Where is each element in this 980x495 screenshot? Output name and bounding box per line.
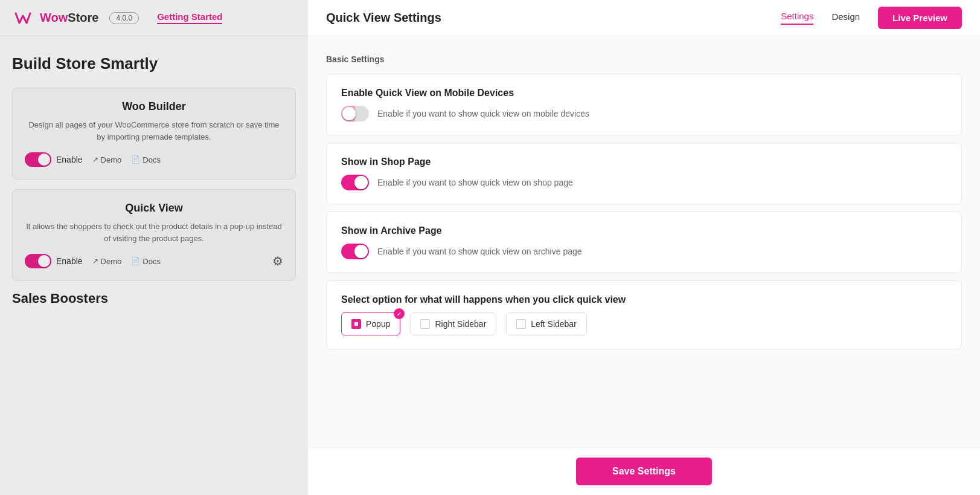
left-sidebar-option[interactable]: Left Sidebar: [506, 312, 587, 335]
tab-nav: Settings Design: [781, 11, 860, 25]
archive-setting-title: Show in Archive Page: [341, 225, 947, 236]
click-option-card: Select option for what will happens when…: [326, 280, 962, 349]
woo-builder-actions: Enable ↗ Demo 📄 Docs: [25, 152, 283, 167]
mobile-setting-title: Enable Quick View on Mobile Devices: [341, 88, 947, 99]
qv-demo-label: Demo: [101, 257, 122, 266]
woo-builder-demo-link[interactable]: ↗ Demo: [92, 155, 122, 164]
quick-view-actions: Enable ↗ Demo 📄 Docs ⚙: [25, 254, 283, 268]
woo-builder-docs-link[interactable]: 📄 Docs: [131, 155, 161, 164]
quick-view-card: Quick View It allows the shoppers to che…: [12, 189, 296, 281]
right-panel: Quick View Settings Settings Design Live…: [308, 0, 980, 495]
docs-label: Docs: [143, 155, 161, 164]
right-header: Quick View Settings Settings Design Live…: [308, 0, 980, 36]
popup-label: Popup: [366, 319, 390, 329]
right-sidebar-radio: [420, 319, 430, 329]
options-row: ✓ Popup Right Sidebar Left Sidebar: [341, 312, 947, 335]
shop-toggle[interactable]: [341, 175, 369, 190]
logo-area: WowStore 4.0.0: [12, 7, 139, 29]
left-content: Build Store Smartly Woo Builder Design a…: [0, 36, 308, 325]
brand-name: WowStore: [40, 11, 98, 25]
svg-rect-0: [12, 7, 34, 29]
archive-setting-card: Show in Archive Page Enable if you want …: [326, 212, 962, 273]
basic-settings-label: Basic Settings: [326, 54, 962, 64]
getting-started-tab[interactable]: Getting Started: [157, 11, 222, 24]
top-bar: WowStore 4.0.0 Getting Started: [0, 0, 308, 36]
woo-builder-desc: Design all pages of your WooCommerce sto…: [25, 119, 283, 143]
mobile-toggle[interactable]: [341, 106, 369, 121]
quick-view-gear-button[interactable]: ⚙: [272, 254, 283, 268]
woo-builder-toggle[interactable]: [25, 152, 51, 167]
shop-setting-title: Show in Shop Page: [341, 157, 947, 167]
live-preview-button[interactable]: Live Preview: [878, 7, 962, 29]
quick-view-toggle-label: Enable: [56, 256, 83, 266]
quick-view-docs-link[interactable]: 📄 Docs: [131, 257, 161, 266]
shop-setting-row: Enable if you want to show quick view on…: [341, 175, 947, 190]
save-settings-button[interactable]: Save Settings: [576, 458, 712, 485]
left-sidebar-label: Left Sidebar: [531, 319, 577, 329]
woo-builder-toggle-wrap: Enable: [25, 152, 83, 167]
popup-radio: [351, 319, 361, 329]
woo-builder-title: Woo Builder: [25, 100, 283, 113]
archive-setting-row: Enable if you want to show quick view on…: [341, 244, 947, 259]
docs-icon-2: 📄: [131, 257, 140, 265]
tab-settings[interactable]: Settings: [781, 11, 813, 25]
mobile-setting-row: Enable if you want to show quick view on…: [341, 106, 947, 121]
wowstore-logo-icon: [12, 7, 34, 29]
qv-docs-label: Docs: [143, 257, 161, 266]
sales-boosters-title: Sales Boosters: [12, 291, 296, 306]
mobile-setting-card: Enable Quick View on Mobile Devices Enab…: [326, 74, 962, 135]
shop-setting-card: Show in Shop Page Enable if you want to …: [326, 143, 962, 204]
version-badge: 4.0.0: [109, 12, 139, 24]
quick-view-title: Quick View: [25, 202, 283, 215]
left-sidebar-radio: [516, 319, 526, 329]
mobile-setting-desc: Enable if you want to show quick view on…: [377, 109, 589, 118]
quick-view-desc: It allows the shoppers to check out the …: [25, 221, 283, 244]
woo-builder-card: Woo Builder Design all pages of your Woo…: [12, 88, 296, 180]
external-link-icon: ↗: [92, 155, 98, 164]
right-sidebar-label: Right Sidebar: [435, 319, 486, 329]
tab-design[interactable]: Design: [831, 11, 860, 24]
external-link-icon-2: ↗: [92, 257, 98, 265]
quick-view-toggle-wrap: Enable: [25, 254, 83, 268]
archive-toggle[interactable]: [341, 244, 369, 259]
shop-setting-desc: Enable if you want to show quick view on…: [377, 178, 573, 187]
quick-view-toggle[interactable]: [25, 254, 51, 268]
left-panel: WowStore 4.0.0 Getting Started Build Sto…: [0, 0, 308, 495]
panel-title: Quick View Settings: [326, 11, 441, 25]
popup-option[interactable]: ✓ Popup: [341, 312, 400, 335]
right-sidebar-option[interactable]: Right Sidebar: [410, 312, 496, 335]
woo-builder-toggle-label: Enable: [56, 155, 83, 164]
popup-checkmark: ✓: [394, 308, 405, 319]
click-option-title: Select option for what will happens when…: [341, 294, 947, 305]
left-main-title: Build Store Smartly: [12, 54, 296, 73]
right-footer: Save Settings: [308, 447, 980, 495]
docs-icon: 📄: [131, 155, 140, 164]
demo-label: Demo: [101, 155, 122, 164]
archive-setting-desc: Enable if you want to show quick view on…: [377, 247, 582, 256]
right-content: Basic Settings Enable Quick View on Mobi…: [308, 36, 980, 447]
quick-view-demo-link[interactable]: ↗ Demo: [92, 257, 122, 266]
